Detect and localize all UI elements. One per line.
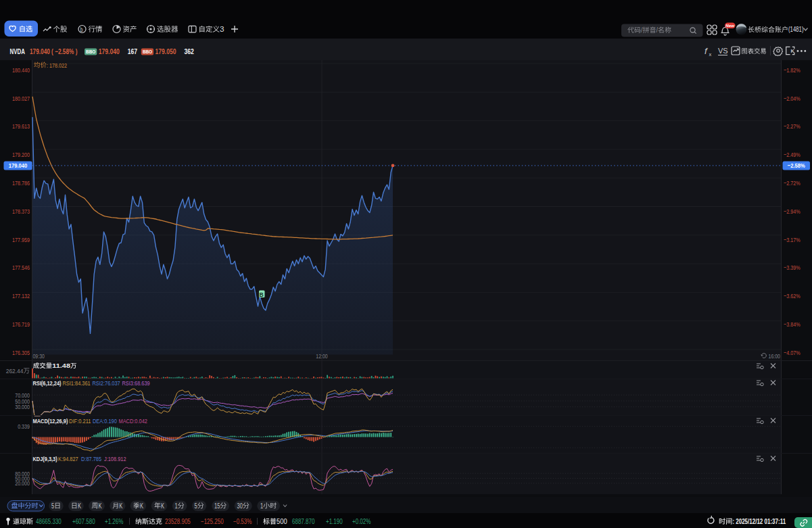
- svg-text:K: K: [78, 502, 81, 510]
- svg-text:−1.82%: −1.82%: [784, 66, 801, 74]
- svg-text:D:87.785: D:87.785: [81, 455, 101, 462]
- svg-text:177.132: 177.132: [12, 292, 30, 299]
- svg-text:/: /: [641, 26, 643, 34]
- svg-text:b: b: [80, 26, 83, 33]
- svg-text:K:94.827: K:94.827: [58, 455, 78, 462]
- svg-text:−3.17%: −3.17%: [784, 236, 801, 243]
- svg-text:+0.02%: +0.02%: [352, 518, 371, 525]
- svg-text:−2.94%: −2.94%: [784, 208, 801, 215]
- svg-text:15: 15: [214, 502, 220, 510]
- svg-text:179.613: 179.613: [12, 122, 30, 130]
- svg-text:500: 500: [277, 518, 287, 525]
- svg-text:−2.04%: −2.04%: [784, 95, 801, 102]
- svg-text:177.959: 177.959: [12, 236, 30, 243]
- svg-text:11.48: 11.48: [52, 362, 70, 369]
- svg-text:178.786: 178.786: [12, 179, 30, 187]
- svg-text:178.373: 178.373: [12, 208, 30, 215]
- svg-text:−2.58%: −2.58%: [788, 162, 805, 169]
- svg-text:−2.49%: −2.49%: [784, 151, 801, 158]
- svg-text:+607.580: +607.580: [72, 518, 95, 525]
- svg-text:0.339: 0.339: [18, 423, 30, 430]
- svg-text:NVDA: NVDA: [10, 47, 25, 55]
- svg-text:J:108.912: J:108.912: [104, 455, 126, 462]
- svg-text:23528.905: 23528.905: [165, 518, 191, 525]
- svg-text:−125.250: −125.250: [201, 518, 224, 525]
- svg-text:5: 5: [51, 502, 55, 510]
- svg-text:1: 1: [260, 502, 264, 510]
- svg-text:+1.190: +1.190: [326, 518, 343, 525]
- svg-text:179.200: 179.200: [12, 151, 30, 158]
- svg-text:3: 3: [220, 25, 224, 33]
- svg-text:167: 167: [128, 47, 137, 55]
- svg-text:MACD(12,26,9): MACD(12,26,9): [33, 417, 68, 425]
- svg-text:K: K: [791, 48, 795, 54]
- svg-text:K: K: [161, 502, 164, 510]
- svg-text:12:00: 12:00: [316, 352, 327, 360]
- svg-text:176.305: 176.305: [12, 349, 30, 356]
- svg-text:: 178.022: : 178.022: [47, 62, 67, 69]
- svg-text:B: B: [259, 291, 263, 298]
- svg-text:+1.26%: +1.26%: [105, 518, 123, 525]
- svg-text:20.000: 20.000: [15, 479, 30, 487]
- svg-text:09:30: 09:30: [33, 352, 45, 360]
- svg-text:BBO: BBO: [143, 49, 152, 55]
- svg-text:x: x: [709, 51, 712, 57]
- svg-text:−2.27%: −2.27%: [784, 122, 801, 130]
- svg-text:K: K: [98, 502, 101, 510]
- svg-text:179.040 ( −2.58% ): 179.040 ( −2.58% ): [30, 47, 78, 55]
- svg-text:K: K: [119, 502, 122, 510]
- svg-text:−3.84%: −3.84%: [784, 320, 801, 328]
- svg-text:New: New: [725, 23, 735, 28]
- svg-text:−0.53%: −0.53%: [233, 518, 252, 525]
- svg-text:−3.62%: −3.62%: [784, 292, 801, 299]
- svg-text:30.000: 30.000: [15, 403, 30, 410]
- svg-text:177.546: 177.546: [12, 264, 30, 271]
- svg-text:RSI1:84.361: RSI1:84.361: [63, 379, 91, 387]
- svg-text:VS: VS: [718, 47, 728, 55]
- svg-text:RSI2:76.037: RSI2:76.037: [93, 379, 120, 387]
- svg-text:MACD:0.042: MACD:0.042: [119, 417, 147, 425]
- svg-text:5: 5: [195, 502, 198, 510]
- svg-text:K: K: [140, 502, 143, 510]
- svg-text:6887.870: 6887.870: [292, 518, 315, 525]
- svg-text:179.040: 179.040: [99, 47, 120, 55]
- svg-text:362: 362: [185, 47, 194, 55]
- svg-text:: 2025/12/12 01:37:11: : 2025/12/12 01:37:11: [732, 518, 786, 525]
- svg-text:48665.330: 48665.330: [36, 518, 62, 525]
- svg-text:RSI3:68.639: RSI3:68.639: [122, 379, 150, 387]
- svg-text:−4.07%: −4.07%: [784, 349, 801, 356]
- svg-text:/: /: [656, 26, 659, 34]
- svg-text:(1481): (1481): [788, 26, 804, 33]
- svg-text:RSI(6,12,24): RSI(6,12,24): [33, 379, 62, 387]
- svg-text:179.050: 179.050: [156, 47, 176, 55]
- svg-text:30: 30: [237, 502, 243, 510]
- svg-text:DIF:0.211: DIF:0.211: [69, 417, 91, 425]
- svg-text:16:00: 16:00: [769, 352, 780, 360]
- svg-text:179.040: 179.040: [9, 162, 28, 169]
- svg-text:KDJ(9,3,3): KDJ(9,3,3): [33, 455, 57, 462]
- svg-text:−2.72%: −2.72%: [784, 179, 801, 187]
- svg-text:BBO: BBO: [86, 49, 95, 55]
- svg-text:180.027: 180.027: [12, 95, 30, 102]
- svg-text:−3.39%: −3.39%: [784, 264, 801, 271]
- svg-text:176.719: 176.719: [12, 320, 30, 328]
- svg-text:180.440: 180.440: [12, 66, 30, 74]
- svg-text:262.44: 262.44: [6, 367, 24, 375]
- svg-text:DEA:0.190: DEA:0.190: [93, 417, 117, 425]
- svg-text:1: 1: [175, 502, 178, 510]
